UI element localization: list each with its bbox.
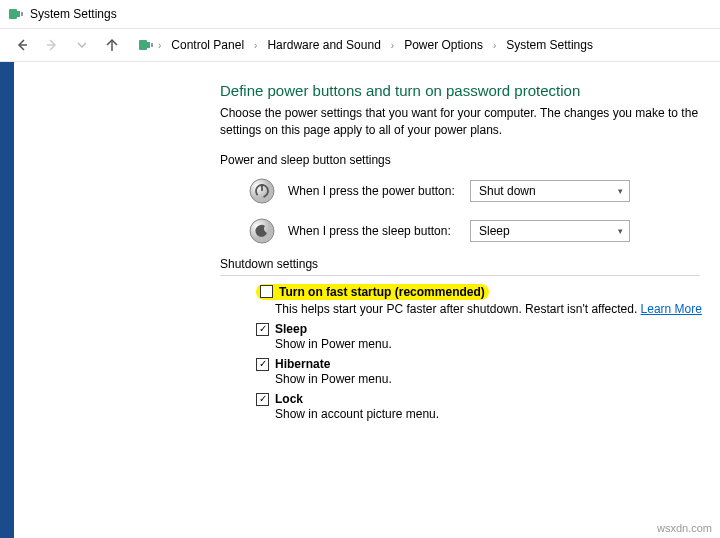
svg-rect-1: [17, 11, 20, 17]
fast-startup-desc: This helps start your PC faster after sh…: [275, 302, 720, 316]
content-area: Define power buttons and turn on passwor…: [14, 62, 720, 538]
window-titlebar: System Settings: [0, 0, 720, 28]
breadcrumb-item[interactable]: Power Options: [398, 34, 489, 56]
power-options-icon: [8, 6, 24, 22]
hibernate-option: ✓ Hibernate Show in Power menu.: [256, 357, 720, 386]
page-subtext: Choose the power settings that you want …: [220, 105, 720, 139]
svg-rect-0: [9, 9, 17, 19]
forward-button[interactable]: [38, 31, 66, 59]
lock-label: Lock: [275, 392, 303, 406]
fast-startup-desc-text: This helps start your PC faster after sh…: [275, 302, 637, 316]
chevron-right-icon: ›: [389, 40, 396, 51]
sleep-checkbox[interactable]: ✓: [256, 323, 269, 336]
lock-checkbox[interactable]: ✓: [256, 393, 269, 406]
dropdown-value: Sleep: [479, 224, 510, 238]
sleep-icon: [249, 218, 275, 244]
watermark: wsxdn.com: [657, 522, 712, 534]
back-arrow-icon: [14, 37, 30, 53]
hibernate-label: Hibernate: [275, 357, 330, 371]
navigation-bar: › Control Panel › Hardware and Sound › P…: [0, 28, 720, 62]
lock-desc: Show in account picture menu.: [275, 407, 720, 421]
svg-rect-7: [139, 40, 147, 50]
sleep-button-label: When I press the sleep button:: [288, 224, 458, 238]
window-title: System Settings: [30, 7, 117, 21]
breadcrumb: › Control Panel › Hardware and Sound › P…: [138, 34, 599, 56]
chevron-right-icon: ›: [156, 40, 163, 51]
hibernate-checkbox[interactable]: ✓: [256, 358, 269, 371]
lock-option: ✓ Lock Show in account picture menu.: [256, 392, 720, 421]
power-icon: [249, 178, 275, 204]
power-sleep-section-label: Power and sleep button settings: [220, 153, 720, 167]
power-button-label: When I press the power button:: [288, 184, 458, 198]
sleep-label: Sleep: [275, 322, 307, 336]
power-button-row: When I press the power button: Shut down…: [248, 177, 720, 205]
chevron-down-icon: [77, 40, 87, 50]
forward-arrow-icon: [44, 37, 60, 53]
chevron-down-icon: ▾: [618, 186, 623, 196]
power-options-icon: [138, 37, 154, 53]
fast-startup-option: Turn on fast startup (recommended) This …: [256, 284, 720, 317]
power-button-action-dropdown[interactable]: Shut down ▾: [470, 180, 630, 202]
hibernate-desc: Show in Power menu.: [275, 372, 720, 386]
left-rail: [0, 62, 14, 538]
chevron-right-icon: ›: [252, 40, 259, 51]
breadcrumb-item[interactable]: Control Panel: [165, 34, 250, 56]
back-button[interactable]: [8, 31, 36, 59]
up-arrow-icon: [104, 37, 120, 53]
learn-more-link[interactable]: Learn More: [641, 302, 702, 316]
dropdown-value: Shut down: [479, 184, 536, 198]
up-button[interactable]: [98, 31, 126, 59]
section-divider: [220, 275, 700, 276]
chevron-right-icon: ›: [491, 40, 498, 51]
sleep-button-row: When I press the sleep button: Sleep ▾: [248, 217, 720, 245]
sleep-button-action-dropdown[interactable]: Sleep ▾: [470, 220, 630, 242]
recent-dropdown[interactable]: [68, 31, 96, 59]
sleep-option: ✓ Sleep Show in Power menu.: [256, 322, 720, 351]
shutdown-section-label: Shutdown settings: [220, 257, 720, 271]
page-heading: Define power buttons and turn on passwor…: [220, 82, 720, 99]
sleep-desc: Show in Power menu.: [275, 337, 720, 351]
breadcrumb-item[interactable]: System Settings: [500, 34, 599, 56]
svg-rect-8: [147, 42, 150, 48]
fast-startup-label: Turn on fast startup (recommended): [279, 285, 485, 299]
breadcrumb-item[interactable]: Hardware and Sound: [261, 34, 386, 56]
chevron-down-icon: ▾: [618, 226, 623, 236]
fast-startup-checkbox[interactable]: [260, 285, 273, 298]
